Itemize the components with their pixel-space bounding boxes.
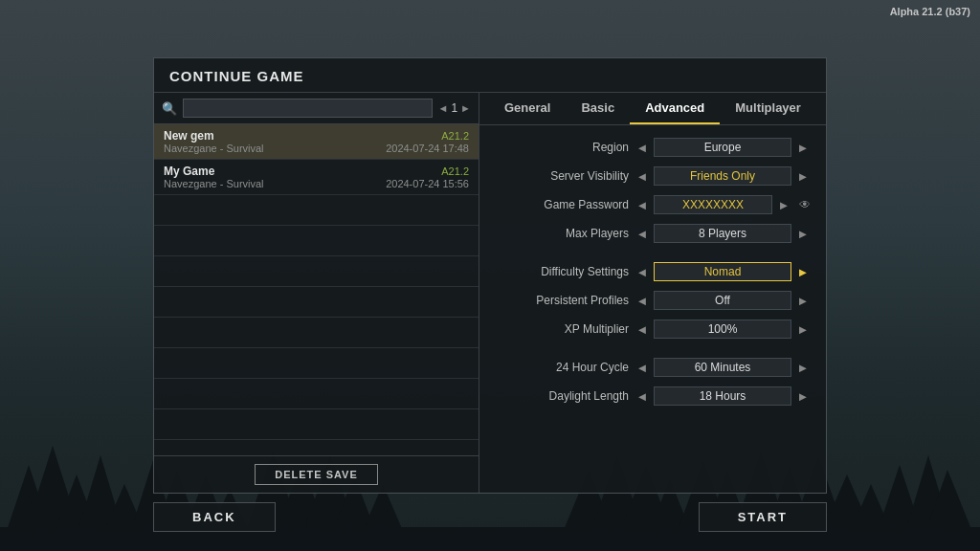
difficulty-row: Difficulty Settings ◄ Nomad ► [479,257,826,286]
difficulty-value: Nomad [654,262,791,281]
password-visibility-toggle-icon[interactable]: 👁 [799,198,811,211]
delete-btn-row: DELETE SAVE [154,455,479,493]
empty-row [154,409,479,440]
hour-cycle-label: 24 Hour Cycle [495,361,629,374]
max-players-row: Max Players ◄ 8 Players ► [479,219,826,248]
tab-general[interactable]: General [489,93,566,124]
page-prev-icon[interactable]: ◄ [438,102,449,114]
server-visibility-control: ◄ Friends Only ► [635,166,811,186]
xp-next-icon[interactable]: ► [795,322,811,337]
region-control: ◄ Europe ► [635,138,811,157]
max-players-next-icon[interactable]: ► [795,227,811,241]
game-password-value: XXXXXXXX [654,195,772,214]
empty-row [154,256,479,287]
back-button[interactable]: BACK [153,502,276,532]
page-number: 1 [451,101,457,115]
difficulty-prev-icon[interactable]: ◄ [635,265,650,279]
difficulty-next-icon[interactable]: ► [795,265,811,279]
xp-prev-icon[interactable]: ◄ [635,322,650,337]
version-badge: Alpha 21.2 (b37) [890,6,970,17]
search-icon: 🔍 [162,101,177,116]
main-panel: CONTINUE GAME 🔍 ◄ 1 ► New gem A21.2 [153,57,827,494]
hour-cycle-prev-icon[interactable]: ◄ [635,361,650,375]
server-vis-prev-icon[interactable]: ◄ [635,169,650,184]
panel-body: 🔍 ◄ 1 ► New gem A21.2 Navezgane - Surviv [154,93,826,493]
xp-multiplier-row: XP Multiplier ◄ 100% ► [479,315,826,343]
start-button[interactable]: START [699,502,827,532]
profiles-next-icon[interactable]: ► [795,294,811,308]
save-item-world: Navezgane - Survival [164,143,264,154]
password-next-icon[interactable]: ► [776,198,791,212]
max-players-value: 8 Players [654,224,791,243]
daylight-length-row: Daylight Length ◄ 18 Hours ► [479,382,826,410]
search-bar: 🔍 ◄ 1 ► [154,93,479,124]
save-item-date: 2024-07-24 17:48 [386,143,469,154]
save-item-version: A21.2 [441,130,469,142]
server-visibility-row: Server Visibility ◄ Friends Only ► [479,162,826,190]
delete-save-button[interactable]: DELETE SAVE [255,464,378,485]
hour-cycle-value: 60 Minutes [654,358,791,377]
empty-row [154,348,479,379]
server-visibility-value: Friends Only [654,166,791,186]
xp-multiplier-value: 100% [654,320,791,339]
max-players-label: Max Players [495,227,629,240]
server-visibility-label: Server Visibility [495,169,629,183]
save-item-name: My Game [164,165,214,178]
save-item-version: A21.2 [441,165,469,177]
tab-multiplayer[interactable]: Multiplayer [720,93,816,124]
hour-cycle-row: 24 Hour Cycle ◄ 60 Minutes ► [479,353,826,382]
empty-row [154,195,479,226]
bottom-bar: BACK START [153,502,827,532]
panel-title: CONTINUE GAME [154,58,826,93]
region-row: Region ◄ Europe ► [479,133,826,162]
game-password-control: ◄ XXXXXXXX ► 👁 [635,195,811,214]
divider [479,343,826,353]
daylight-next-icon[interactable]: ► [795,389,811,404]
hour-cycle-control: ◄ 60 Minutes ► [635,358,811,377]
save-item-date: 2024-07-24 15:56 [386,178,469,189]
max-players-control: ◄ 8 Players ► [635,224,811,243]
search-input[interactable] [183,99,433,118]
save-items-list: New gem A21.2 Navezgane - Survival 2024-… [154,124,479,455]
persistent-profiles-label: Persistent Profiles [495,294,629,307]
persistent-profiles-control: ◄ Off ► [635,291,811,310]
region-label: Region [495,141,629,154]
daylight-length-value: 18 Hours [654,386,791,406]
server-vis-next-icon[interactable]: ► [795,169,811,184]
difficulty-label: Difficulty Settings [495,265,629,278]
difficulty-control: ◄ Nomad ► [635,262,811,281]
profiles-prev-icon[interactable]: ◄ [635,294,650,308]
password-prev-icon[interactable]: ◄ [635,198,650,212]
xp-multiplier-control: ◄ 100% ► [635,320,811,339]
daylight-prev-icon[interactable]: ◄ [635,389,650,404]
daylight-length-control: ◄ 18 Hours ► [635,386,811,406]
page-indicator: ◄ 1 ► [438,101,471,115]
xp-multiplier-label: XP Multiplier [495,322,629,336]
empty-row [154,287,479,318]
hour-cycle-next-icon[interactable]: ► [795,361,811,375]
page-next-icon[interactable]: ► [460,102,471,114]
save-list-panel: 🔍 ◄ 1 ► New gem A21.2 Navezgane - Surviv [154,93,479,493]
tab-advanced[interactable]: Advanced [630,93,720,124]
settings-content: Region ◄ Europe ► Server Visibility ◄ Fr… [479,125,826,493]
save-item[interactable]: New gem A21.2 Navezgane - Survival 2024-… [154,124,479,160]
save-item-world: Navezgane - Survival [164,178,264,189]
max-players-prev-icon[interactable]: ◄ [635,227,650,241]
settings-panel: General Basic Advanced Multiplayer Regio… [479,93,826,493]
save-item-name: New gem [164,129,214,143]
region-value: Europe [654,138,791,157]
empty-row [154,379,479,409]
region-next-icon[interactable]: ► [795,141,811,155]
game-password-label: Game Password [495,198,629,211]
save-item[interactable]: My Game A21.2 Navezgane - Survival 2024-… [154,160,479,195]
game-password-row: Game Password ◄ XXXXXXXX ► 👁 [479,190,826,219]
divider [479,248,826,257]
persistent-profiles-row: Persistent Profiles ◄ Off ► [479,286,826,315]
empty-row [154,226,479,256]
empty-row [154,318,479,348]
daylight-length-label: Daylight Length [495,389,629,403]
persistent-profiles-value: Off [654,291,791,310]
tabs-row: General Basic Advanced Multiplayer [479,93,826,125]
tab-basic[interactable]: Basic [566,93,630,124]
region-prev-icon[interactable]: ◄ [635,141,650,155]
